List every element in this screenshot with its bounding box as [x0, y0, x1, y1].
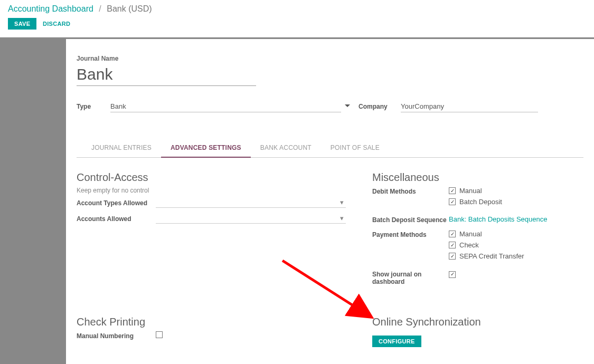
company-select[interactable]: YourCompany [401, 101, 538, 112]
tab-point-of-sale[interactable]: Point of Sale [321, 139, 389, 157]
check-printing-title: Check Printing [77, 316, 372, 328]
journal-name-label: Journal Name [77, 55, 583, 62]
tab-journal-entries[interactable]: Journal Entries [82, 139, 161, 157]
company-label: Company [359, 103, 388, 110]
pay-manual-label: Manual [459, 230, 482, 238]
breadcrumb: Accounting Dashboard / Bank (USD) [8, 4, 586, 14]
payment-methods-label: Payment Methods [372, 230, 449, 263]
tabs: Journal Entries Advanced Settings Bank A… [77, 139, 583, 158]
pay-sepa-checkbox[interactable]: ✓ [449, 253, 456, 260]
show-journal-dash-checkbox[interactable]: ✓ [449, 271, 456, 278]
discard-button[interactable]: Discard [39, 18, 74, 30]
online-sync-title: Online Synchronization [372, 316, 583, 328]
show-journal-dash-label: Show journal on dashboard [372, 270, 449, 285]
debit-batch-label: Batch Deposit [459, 198, 502, 206]
save-button[interactable]: Save [8, 18, 36, 30]
debit-batch-checkbox[interactable]: ✓ [449, 198, 456, 205]
accounts-allowed-label: Accounts Allowed [77, 214, 156, 224]
debit-manual-checkbox[interactable]: ✓ [449, 187, 456, 194]
pay-check-checkbox[interactable]: ✓ [449, 242, 456, 248]
manual-numbering-checkbox[interactable] [156, 331, 163, 338]
breadcrumb-root[interactable]: Accounting Dashboard [8, 4, 93, 13]
configure-button[interactable]: Configure [372, 336, 421, 347]
debit-manual-label: Manual [459, 187, 482, 195]
chevron-down-icon: ▾ [340, 198, 344, 206]
pay-manual-checkbox[interactable]: ✓ [449, 231, 456, 237]
chevron-down-icon: ▾ [340, 214, 344, 222]
breadcrumb-current: Bank (USD) [107, 4, 152, 13]
control-access-title: Control-Access [77, 171, 372, 184]
batch-seq-label: Batch Deposit Sequence [372, 215, 449, 224]
manual-numbering-label: Manual Numbering [77, 331, 156, 340]
tab-bank-account[interactable]: Bank Account [251, 139, 321, 157]
chevron-down-icon [345, 102, 350, 110]
miscellaneous-title: Miscellaneous [372, 171, 583, 184]
pay-sepa-label: SEPA Credit Transfer [459, 252, 524, 260]
accounts-allowed-select[interactable]: ▾ [156, 214, 346, 224]
type-select[interactable]: Bank [110, 101, 341, 112]
debit-methods-label: Debit Methods [372, 187, 449, 209]
pay-check-label: Check [459, 241, 479, 249]
journal-name-input[interactable] [77, 65, 256, 86]
batch-seq-link[interactable]: Bank: Batch Deposits Sequence [449, 215, 547, 223]
type-label: Type [77, 103, 91, 110]
control-access-hint: Keep empty for no control [77, 187, 372, 194]
tab-advanced-settings[interactable]: Advanced Settings [161, 139, 251, 158]
account-types-allowed-select[interactable]: ▾ [156, 198, 346, 208]
account-types-allowed-label: Account Types Allowed [77, 198, 156, 208]
breadcrumb-sep: / [99, 4, 101, 13]
